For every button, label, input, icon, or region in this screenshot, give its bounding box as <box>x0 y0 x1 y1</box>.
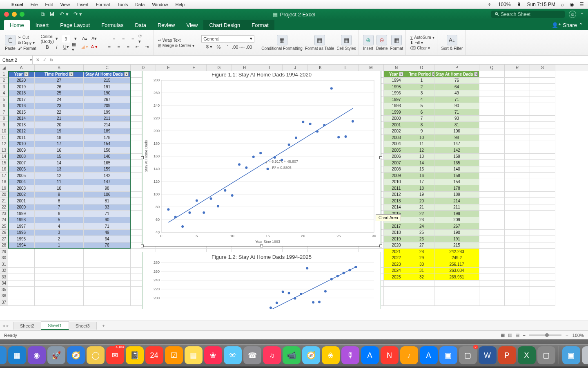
window-zoom[interactable] <box>20 12 24 17</box>
col-header-P[interactable]: P <box>434 65 479 71</box>
table1-cell[interactable]: 106 <box>84 192 131 198</box>
table2-cell[interactable]: 17 <box>409 179 434 186</box>
view-page-break-icon[interactable]: ▤ <box>515 332 519 338</box>
col-header-G[interactable]: G <box>207 65 232 71</box>
table2-cell[interactable]: 2014 <box>384 204 409 211</box>
cell[interactable] <box>505 90 530 97</box>
row-header-16[interactable]: 16 <box>0 166 8 173</box>
table1-cell[interactable]: 71 <box>84 223 131 230</box>
wifi-icon[interactable]: ᯤ <box>488 2 492 7</box>
cancel-formula-icon[interactable]: ✕ <box>36 57 40 63</box>
table1-cell[interactable]: 13 <box>35 166 84 173</box>
cell[interactable] <box>530 299 555 306</box>
table2-cell[interactable]: 15 <box>409 166 434 173</box>
dock-news[interactable]: N <box>381 346 399 364</box>
menu-format[interactable]: Format <box>96 2 110 7</box>
col-header-I[interactable]: I <box>257 65 283 71</box>
table2-cell[interactable]: 2005 <box>384 147 409 154</box>
window-minimize[interactable] <box>12 12 17 17</box>
cell[interactable] <box>479 109 505 116</box>
table2-cell[interactable]: 26 <box>409 236 434 242</box>
table2-forecast-cell[interactable]: 263.034 <box>434 268 479 274</box>
cell[interactable] <box>384 293 409 300</box>
dock-appstore[interactable]: A <box>361 346 379 364</box>
dock-chrome[interactable]: ◯ <box>87 346 105 364</box>
table2-forecast-cell[interactable]: 28 <box>409 249 434 255</box>
table2-cell[interactable]: 21 <box>409 204 434 211</box>
currency-icon[interactable]: $ ▾ <box>205 43 213 51</box>
table2-cell[interactable]: 2010 <box>384 179 409 186</box>
cell[interactable] <box>505 141 530 148</box>
share-button[interactable]: 👤⁺ Share ⌃ <box>547 20 588 30</box>
indent-inc-icon[interactable]: ⇥ <box>143 43 151 51</box>
table2-forecast-cell[interactable]: 2022 <box>384 255 409 262</box>
cell[interactable] <box>530 261 555 268</box>
dock-sp2[interactable]: W <box>479 346 497 364</box>
table1-cell[interactable]: 2005 <box>8 173 35 179</box>
table2-cell[interactable]: 5 <box>409 103 434 110</box>
cell[interactable] <box>505 274 530 280</box>
cell[interactable] <box>84 261 131 268</box>
orientation-icon[interactable]: ⟳ ▾ <box>138 35 146 43</box>
dock-msg[interactable]: ✉︎4,164 <box>106 346 124 364</box>
table2-header[interactable]: Year▼ <box>384 71 409 78</box>
table1-cell[interactable]: 158 <box>84 147 131 154</box>
qat-save-icon[interactable]: 💾︎ <box>49 11 55 18</box>
cell[interactable] <box>35 249 84 255</box>
italic-button[interactable]: I <box>53 43 61 51</box>
col-header-S[interactable]: S <box>530 65 555 71</box>
align-right-icon[interactable]: ≡ <box>124 43 132 51</box>
cell[interactable] <box>530 204 555 211</box>
row-header-15[interactable]: 15 <box>0 160 8 166</box>
cell[interactable] <box>505 78 530 84</box>
table1-cell[interactable]: 7 <box>35 204 84 211</box>
align-left-icon[interactable]: ≡ <box>105 43 114 51</box>
cell[interactable] <box>505 236 530 242</box>
cell[interactable] <box>479 192 505 198</box>
cell[interactable] <box>84 274 131 280</box>
table2-cell[interactable]: 1995 <box>384 84 409 90</box>
dock-maps[interactable]: 🧭 <box>302 346 320 364</box>
cell[interactable] <box>434 293 479 300</box>
table2-forecast-cell[interactable]: 2024 <box>384 268 409 274</box>
cell[interactable] <box>84 249 131 255</box>
row-header-2[interactable]: 2 <box>0 78 8 84</box>
chart-object-1[interactable]: Figure 1.1: Stay At Home Dads 1994-2020 … <box>142 71 381 246</box>
table1-cell[interactable]: 4 <box>35 223 84 230</box>
cell[interactable] <box>505 96 530 103</box>
cell[interactable] <box>530 236 555 242</box>
row-header-24[interactable]: 24 <box>0 217 8 224</box>
cell[interactable] <box>479 204 505 211</box>
table2-forecast-cell[interactable]: 2021 <box>384 249 409 255</box>
copy-button[interactable]: ⧉ Copy ▾ <box>18 40 36 45</box>
cell[interactable] <box>35 268 84 274</box>
table2-cell[interactable]: 2012 <box>384 192 409 198</box>
cell[interactable] <box>505 242 530 249</box>
cell[interactable] <box>505 109 530 116</box>
table1-cell[interactable]: 2013 <box>8 122 35 128</box>
table2-forecast-cell[interactable]: 30 <box>409 261 434 268</box>
bold-button[interactable]: B <box>43 43 51 51</box>
row-header-29[interactable]: 29 <box>0 249 8 255</box>
row-header-23[interactable]: 23 <box>0 211 8 217</box>
cell[interactable] <box>35 299 84 306</box>
table2-forecast-cell[interactable]: 256.117 <box>434 261 479 268</box>
table1-cell[interactable]: 76 <box>84 242 131 249</box>
table2-header[interactable]: Stay At Home Dads▼ <box>434 71 479 78</box>
row-header-6[interactable]: 6 <box>0 103 8 110</box>
cell[interactable] <box>505 179 530 186</box>
table1-cell[interactable]: 2008 <box>8 154 35 160</box>
cell[interactable] <box>530 249 555 255</box>
col-header-C[interactable]: C <box>84 65 131 71</box>
row-header-14[interactable]: 14 <box>0 154 8 160</box>
table2-cell[interactable]: 2 <box>409 84 434 90</box>
table2-cell[interactable]: 2004 <box>384 141 409 148</box>
cell[interactable] <box>8 261 35 268</box>
row-header-30[interactable]: 30 <box>0 255 8 262</box>
cell[interactable] <box>505 173 530 179</box>
sheet-tab-sheet1[interactable]: Sheet1 <box>41 321 69 330</box>
cell[interactable] <box>384 280 409 287</box>
conditional-formatting-button[interactable]: ▦Conditional Formatting <box>261 35 303 51</box>
table2-cell[interactable]: 214 <box>434 198 479 204</box>
table1-cell[interactable]: 21 <box>35 116 84 122</box>
